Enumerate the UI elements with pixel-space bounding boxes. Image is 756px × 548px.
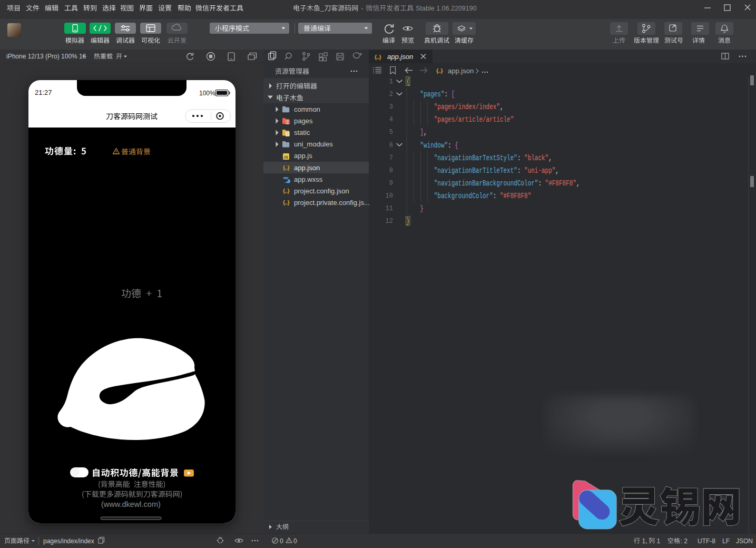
svg-text:app.wxss: app.wxss bbox=[294, 175, 323, 183]
svg-text:iPhone 12/13 (Pro) 100% 16: iPhone 12/13 (Pro) 100% 16 bbox=[6, 53, 86, 60]
svg-text:UTF-8: UTF-8 bbox=[698, 537, 715, 545]
svg-text:,: , bbox=[424, 128, 427, 136]
svg-text:"pages/index/index": "pages/index/index" bbox=[434, 103, 500, 111]
svg-text:LF: LF bbox=[722, 537, 730, 545]
svg-text:}: } bbox=[420, 204, 424, 213]
svg-text::: : bbox=[448, 141, 451, 150]
svg-text:"window": "window" bbox=[420, 141, 448, 150]
svg-text:{..}: {..} bbox=[283, 164, 289, 171]
svg-text:"#F8F8F8": "#F8F8F8" bbox=[500, 192, 531, 200]
svg-text:100%: 100% bbox=[199, 90, 215, 97]
svg-text:common: common bbox=[294, 105, 320, 113]
svg-text:{..}: {..} bbox=[283, 199, 289, 206]
svg-text:{..}: {..} bbox=[283, 188, 289, 194]
svg-text:"navigationBarTitleText": "navigationBarTitleText" bbox=[434, 167, 517, 175]
svg-text:"pages/article/article": "pages/article/article" bbox=[434, 115, 514, 124]
svg-text:"pages": "pages" bbox=[420, 90, 444, 99]
svg-text:static: static bbox=[294, 129, 310, 136]
svg-text:,: , bbox=[548, 154, 552, 162]
svg-text:pages: pages bbox=[294, 117, 313, 125]
svg-text:-: - bbox=[361, 4, 363, 12]
svg-text:5: 5 bbox=[389, 129, 393, 136]
svg-text::: : bbox=[444, 90, 448, 99]
svg-text:"black": "black" bbox=[524, 154, 548, 162]
svg-text::: : bbox=[538, 179, 542, 188]
svg-text::: : bbox=[493, 192, 497, 200]
svg-text:21:27: 21:27 bbox=[35, 89, 52, 96]
svg-text:"uni-app": "uni-app" bbox=[524, 167, 555, 175]
svg-text:app.json: app.json bbox=[448, 67, 474, 75]
svg-text:project.config.json: project.config.json bbox=[294, 187, 349, 195]
svg-text:,: , bbox=[576, 179, 580, 188]
svg-text:(www.dkewl.com): (www.dkewl.com) bbox=[101, 500, 161, 508]
svg-text:4: 4 bbox=[389, 116, 393, 123]
svg-text:0: 0 bbox=[293, 537, 297, 545]
svg-text:{: { bbox=[455, 141, 458, 150]
svg-text:"backgroundColor": "backgroundColor" bbox=[434, 192, 493, 200]
svg-text:11: 11 bbox=[386, 205, 393, 212]
svg-text:0: 0 bbox=[280, 537, 283, 545]
svg-text:10: 10 bbox=[386, 192, 393, 200]
svg-text::: : bbox=[517, 167, 521, 175]
svg-text:project.private.config.js...: project.private.config.js... bbox=[294, 199, 370, 207]
svg-text:{..}: {..} bbox=[436, 67, 443, 74]
svg-text:12: 12 bbox=[386, 218, 393, 225]
svg-text:,: , bbox=[555, 167, 559, 175]
svg-text:1,: 1, bbox=[642, 537, 647, 545]
svg-text:pages/index/index: pages/index/index bbox=[43, 537, 94, 545]
svg-text:8: 8 bbox=[389, 167, 393, 174]
svg-text:3: 3 bbox=[389, 103, 393, 111]
svg-text:JS: JS bbox=[283, 155, 288, 160]
svg-text:}: } bbox=[406, 217, 410, 226]
svg-text:: 2: : 2 bbox=[681, 537, 688, 545]
svg-text:6: 6 bbox=[389, 142, 393, 149]
svg-text:uni_modules: uni_modules bbox=[294, 140, 333, 148]
svg-text:1: 1 bbox=[389, 78, 393, 85]
svg-text:{..}: {..} bbox=[375, 54, 381, 60]
svg-text:app.js: app.js bbox=[294, 152, 312, 160]
svg-text:Stable 1.06.2209190: Stable 1.06.2209190 bbox=[416, 5, 476, 12]
svg-text:"navigationBarTextStyle": "navigationBarTextStyle" bbox=[434, 154, 517, 162]
svg-text::: : bbox=[517, 154, 521, 162]
svg-text:JSON: JSON bbox=[736, 537, 753, 545]
svg-text:{: { bbox=[406, 77, 410, 86]
svg-text:7: 7 bbox=[389, 154, 393, 162]
svg-text:"navigationBarBackgroundColor": "navigationBarBackgroundColor" bbox=[434, 179, 538, 188]
svg-text:2: 2 bbox=[389, 91, 393, 98]
svg-text:app.json: app.json bbox=[387, 53, 413, 61]
svg-text:,: , bbox=[500, 103, 504, 111]
svg-text:"#F8F8F8": "#F8F8F8" bbox=[545, 179, 576, 188]
svg-text:1: 1 bbox=[657, 537, 661, 545]
svg-text:[: [ bbox=[451, 90, 455, 99]
svg-text:9: 9 bbox=[389, 180, 393, 187]
svg-text:app.json: app.json bbox=[294, 164, 320, 172]
